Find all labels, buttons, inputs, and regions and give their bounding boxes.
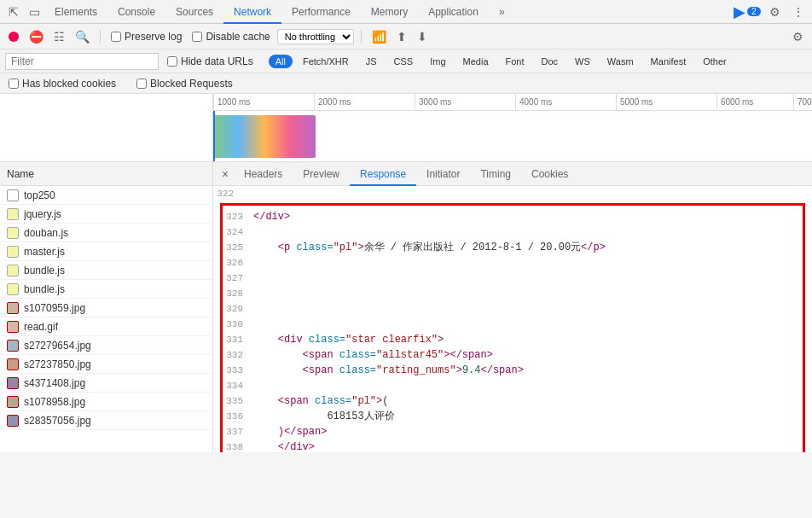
request-item-s1078958[interactable]: s1078958.jpg	[0, 393, 212, 411]
line-num-332: 332	[223, 347, 253, 363]
tab-headers[interactable]: Headers	[234, 162, 293, 186]
timeline-ruler: 1000 ms 2000 ms 3000 ms 4000 ms 5000 ms …	[213, 94, 812, 111]
request-item-douban[interactable]: douban.js	[0, 224, 212, 242]
has-blocked-cookies-input[interactable]	[9, 79, 19, 89]
code-line-335: 335 <span class="pl">(	[223, 393, 803, 409]
settings-gear-icon[interactable]: ⚙	[789, 28, 807, 45]
request-name-s1078958: s1078958.jpg	[24, 396, 85, 408]
request-icon-douban	[7, 227, 19, 239]
chip-manifest[interactable]: Manifest	[644, 55, 693, 68]
chip-wasm[interactable]: Wasm	[600, 55, 641, 68]
blocked-row: Has blocked cookies Blocked Requests	[0, 73, 812, 94]
wifi-signal-icon: 📶	[372, 30, 386, 44]
request-icon-jquery	[7, 208, 19, 220]
request-item-master[interactable]: master.js	[0, 242, 212, 261]
filter-toggle-button[interactable]: ☷	[50, 28, 68, 45]
filter-bar: Hide data URLs All Fetch/XHR JS CSS Img …	[0, 49, 812, 73]
record-button[interactable]	[5, 30, 22, 44]
line-num-328: 328	[223, 286, 253, 301]
tab-performance[interactable]: Performance	[281, 0, 361, 24]
response-content[interactable]: 322 323 </div> 324 325 <p class="pl">余华 …	[213, 186, 812, 452]
chip-doc[interactable]: Doc	[535, 55, 566, 68]
device-icon[interactable]: ▭	[24, 2, 44, 22]
wifi-icon[interactable]: 📶	[368, 28, 390, 45]
request-item-top250[interactable]: top250	[0, 186, 212, 205]
panel-tabs: × Headers Preview Response Initiator Tim…	[213, 162, 812, 186]
tab-console[interactable]: Console	[107, 0, 165, 24]
tab-initiator[interactable]: Initiator	[416, 162, 470, 186]
chip-css[interactable]: CSS	[387, 55, 420, 68]
code-line-333: 333 <span class="rating_nums">9.4</span>	[223, 363, 803, 378]
tab-sources[interactable]: Sources	[165, 0, 223, 24]
tab-cookies[interactable]: Cookies	[521, 162, 578, 186]
throttle-select[interactable]: No throttling Fast 3G Slow 3G Offline	[277, 29, 354, 44]
code-line-322: 322	[213, 186, 812, 201]
hide-data-urls-checkbox[interactable]: Hide data URLs	[164, 55, 257, 67]
code-line-327: 327	[223, 271, 803, 286]
chip-js[interactable]: JS	[359, 55, 384, 68]
tab-more[interactable]: »	[489, 0, 515, 24]
download-icon[interactable]: ⬇	[414, 28, 431, 45]
left-panel: Name top250 jquery.js douban.js master.j…	[0, 162, 213, 452]
blocked-requests-input[interactable]	[136, 79, 147, 89]
code-line-325: 325 <p class="pl">余华 / 作家出版社 / 2012-8-1 …	[223, 240, 803, 255]
request-icon-master	[7, 246, 19, 258]
code-line-337: 337 )</span>	[223, 424, 803, 439]
request-icon-s1070959	[7, 302, 19, 314]
panel-close-button[interactable]: ×	[217, 162, 234, 186]
chip-ws[interactable]: WS	[568, 55, 597, 68]
search-button[interactable]: 🔍	[72, 28, 93, 45]
disable-cache-input[interactable]	[192, 32, 202, 42]
chip-fetch-xhr[interactable]: Fetch/XHR	[296, 55, 356, 68]
chip-all[interactable]: All	[269, 55, 293, 68]
request-item-bundle2[interactable]: bundle.js	[0, 280, 212, 299]
chip-other[interactable]: Other	[696, 55, 734, 68]
inspect-icon[interactable]: ⇱	[3, 2, 24, 22]
chip-font[interactable]: Font	[499, 55, 531, 68]
tab-application[interactable]: Application	[418, 0, 489, 24]
chip-media[interactable]: Media	[456, 55, 496, 68]
code-line-323: 323 </div>	[223, 209, 803, 224]
settings-icon[interactable]: ⚙	[764, 2, 785, 22]
line-num-338: 338	[223, 439, 253, 452]
request-item-s28357056[interactable]: s28357056.jpg	[0, 411, 212, 430]
tab-preview[interactable]: Preview	[293, 162, 350, 186]
request-name-s27237850: s27237850.jpg	[24, 358, 91, 370]
timeline-right[interactable]: 1000 ms 2000 ms 3000 ms 4000 ms 5000 ms …	[213, 94, 812, 161]
request-item-s27237850[interactable]: s27237850.jpg	[0, 355, 212, 374]
tab-network[interactable]: Network	[223, 0, 281, 24]
preserve-log-checkbox[interactable]: Preserve log	[107, 31, 185, 43]
network-toolbar: ⛔ ☷ 🔍 Preserve log Disable cache No thro…	[0, 24, 812, 49]
request-item-bundle1[interactable]: bundle.js	[0, 261, 212, 280]
tab-elements[interactable]: Elements	[44, 0, 107, 24]
response-box: 323 </div> 324 325 <p class="pl">余华 / 作家…	[220, 203, 805, 452]
right-panel: × Headers Preview Response Initiator Tim…	[213, 162, 812, 452]
request-name-read: read.gif	[24, 321, 58, 333]
request-item-read[interactable]: read.gif	[0, 317, 212, 336]
has-blocked-cookies-label: Has blocked cookies	[22, 78, 116, 90]
clear-button[interactable]: ⛔	[26, 28, 47, 45]
tab-memory[interactable]: Memory	[361, 0, 418, 24]
request-icon-s1078958	[7, 396, 19, 408]
notification-badge[interactable]: ▶ 2	[734, 3, 761, 21]
filter-chips: All Fetch/XHR JS CSS Img Media Font Doc …	[269, 55, 734, 68]
more-options-icon[interactable]: ⋮	[788, 2, 809, 22]
tab-response[interactable]: Response	[350, 162, 416, 186]
upload-icon[interactable]: ⬆	[393, 28, 410, 45]
request-item-s1070959[interactable]: s1070959.jpg	[0, 299, 212, 317]
request-icon-html	[7, 189, 19, 201]
preserve-log-input[interactable]	[111, 32, 121, 42]
chip-img[interactable]: Img	[423, 55, 452, 68]
request-item-s27279654[interactable]: s27279654.jpg	[0, 336, 212, 355]
disable-cache-checkbox[interactable]: Disable cache	[188, 31, 273, 43]
waterfall-overview	[213, 115, 316, 158]
timeline-chart[interactable]	[213, 111, 812, 162]
filter-input[interactable]	[5, 53, 159, 70]
has-blocked-cookies-checkbox[interactable]: Has blocked cookies	[5, 78, 119, 90]
tab-timing[interactable]: Timing	[470, 162, 521, 186]
request-item-s4371408[interactable]: s4371408.jpg	[0, 374, 212, 393]
blocked-requests-checkbox[interactable]: Blocked Requests	[133, 78, 236, 90]
hide-data-urls-input[interactable]	[167, 56, 177, 67]
line-num-324: 324	[223, 224, 253, 240]
request-item-jquery[interactable]: jquery.js	[0, 205, 212, 224]
